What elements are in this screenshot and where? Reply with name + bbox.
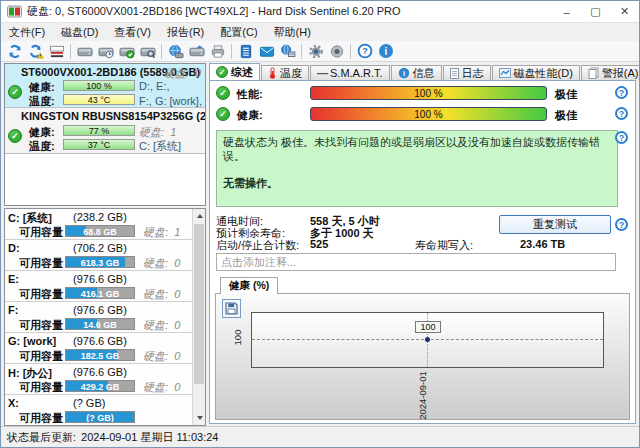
partition-scrollbar[interactable]	[192, 209, 205, 425]
partition-disk-label: 硬盘:	[143, 350, 168, 362]
partition-item-x[interactable]: X: (? GB) 可用容量 (? GB)	[5, 395, 193, 426]
toolbar-separator	[301, 44, 302, 59]
disk-item-1[interactable]: KINGSTON RBUSNS8154P3256G (238.5 GB) ✓ 健…	[5, 108, 205, 154]
floppy-save-icon	[225, 302, 238, 315]
globe-disk-icon[interactable]	[165, 42, 186, 61]
scroll-thumb[interactable]	[194, 224, 204, 384]
partition-name: X:	[8, 397, 19, 409]
y-axis-tick: 100	[232, 330, 243, 346]
free-space-value: 416.1 GB	[66, 289, 134, 299]
close-button[interactable]: ✕	[610, 1, 639, 22]
partition-size: (976.6 GB)	[73, 304, 127, 316]
performance-help-icon[interactable]: ?	[615, 86, 628, 99]
disk-search-icon[interactable]	[137, 42, 158, 61]
sound-icon[interactable]	[326, 42, 347, 61]
partition-disk-label: 硬盘:	[143, 319, 168, 331]
disk-health-bar: 77 %	[63, 125, 135, 136]
partition-item-g[interactable]: G: [work] (976.6 GB) 可用容量 182.5 GB 硬盘: 0	[5, 333, 193, 364]
disk-number-label: 硬盘:	[139, 126, 164, 138]
disk-name: ST6000VX001-2BD186	[21, 66, 137, 78]
tab-alerts[interactable]: 警报(A)	[581, 65, 640, 80]
partition-name: C: [系统]	[8, 211, 52, 226]
app-window: 硬盘: 0, ST6000VX001-2BD186 [WCT49XL2] - H…	[0, 0, 640, 448]
window-title: 硬盘: 0, ST6000VX001-2BD186 [WCT49XL2] - H…	[27, 4, 401, 19]
partition-name: H: [办公]	[8, 366, 52, 381]
menu-help[interactable]: 帮助(H)	[266, 23, 319, 42]
retest-help-icon[interactable]: ?	[615, 218, 628, 231]
help-icon[interactable]: ?	[354, 42, 375, 61]
disk-config-icon[interactable]	[46, 42, 67, 61]
free-space-bar: 14.6 GB	[65, 318, 135, 330]
disk-check-icon[interactable]	[116, 42, 137, 61]
disk-status-check-icon: ✓	[8, 85, 22, 99]
data-point	[425, 337, 430, 342]
partition-name: G: [work]	[8, 335, 56, 347]
start-stop-label: 启动/停止合计数:	[216, 238, 299, 253]
free-space-value: 182.5 GB	[66, 351, 134, 361]
health-help-icon[interactable]: ?	[615, 107, 628, 120]
note-input[interactable]	[216, 253, 616, 271]
free-space-value: 68.8 GB	[66, 227, 134, 237]
partition-item-e[interactable]: E: (976.6 GB) 可用容量 416.1 GB 硬盘: 0	[5, 271, 193, 302]
title-bar: 硬盘: 0, ST6000VX001-2BD186 [WCT49XL2] - H…	[1, 1, 639, 23]
partition-disk-label: 硬盘:	[143, 288, 168, 300]
tab-temperature[interactable]: 温度	[261, 65, 309, 80]
save-graph-button[interactable]	[222, 299, 241, 318]
refresh-icon[interactable]	[4, 42, 25, 61]
disk-temp-drives: C: [系统]	[139, 139, 181, 154]
scroll-up-arrow[interactable]	[193, 209, 206, 223]
tab-label: 警报(A)	[602, 66, 639, 81]
disk-temp-drives: F:, G: [work], H: [办公	[139, 94, 205, 109]
retest-button[interactable]: 重复测试	[499, 215, 611, 234]
printer-icon[interactable]	[207, 42, 228, 61]
partition-item-f[interactable]: F: (976.6 GB) 可用容量 14.6 GB 硬盘: 0	[5, 302, 193, 333]
disk-number-label: 硬盘:	[164, 67, 189, 79]
free-space-bar: (? GB)	[65, 411, 135, 423]
partition-size: (706.2 GB)	[73, 242, 127, 254]
disk-health-bar: 100 %	[63, 80, 135, 91]
partition-disk-num: 0	[174, 319, 180, 331]
menu-view[interactable]: 查看(V)	[106, 23, 159, 42]
info-icon[interactable]: i	[375, 42, 396, 61]
toolbar-separator	[70, 44, 71, 59]
report-icon[interactable]	[235, 42, 256, 61]
disk-status-message: 硬盘状态为 极佳。未找到有问题的或是弱扇区以及没有加速自旋或数据传输错误。 无需…	[216, 130, 618, 207]
tab-performance[interactable]: 磁盘性能(D)	[492, 65, 580, 80]
tab-log[interactable]: 日志	[443, 65, 491, 80]
menu-file[interactable]: 文件(F)	[1, 23, 53, 42]
partition-name: F:	[8, 304, 18, 316]
settings-gear-icon[interactable]	[305, 42, 326, 61]
menu-config[interactable]: 配置(C)	[212, 23, 265, 42]
thermometer-icon	[268, 67, 277, 79]
mail-icon[interactable]	[256, 42, 277, 61]
minimize-button[interactable]: –	[552, 1, 581, 22]
free-space-label: 可用容量	[19, 411, 63, 426]
action-text: 无需操作。	[223, 176, 611, 190]
disk-connect-icon[interactable]	[186, 42, 207, 61]
health-graph-tab[interactable]: 健康 (%)	[220, 277, 278, 294]
disk-clock-icon[interactable]	[95, 42, 116, 61]
disk-size: (238.5 GB)	[196, 110, 206, 122]
status-help-icon[interactable]: ?	[615, 131, 628, 144]
disk-icon[interactable]	[74, 42, 95, 61]
tab-smart[interactable]: — S.M.A.R.T.	[310, 65, 390, 80]
network-globe-icon[interactable]	[277, 42, 298, 61]
partition-item-h[interactable]: H: [办公] (976.6 GB) 可用容量 429.2 GB 硬盘: 0	[5, 364, 193, 395]
free-space-bar: 68.8 GB	[65, 225, 135, 237]
partition-disk-label: 硬盘:	[143, 226, 168, 238]
partition-item-d[interactable]: D: (706.2 GB) 可用容量 618.3 GB 硬盘: 0	[5, 240, 193, 271]
partition-disk-label: 硬盘:	[143, 257, 168, 269]
disk-item-0[interactable]: ST6000VX001-2BD186 (5589.0 GB) 硬盘: 0 ✓ 健…	[5, 64, 205, 108]
tab-overview[interactable]: ✓ 综述	[209, 63, 260, 80]
menu-report[interactable]: 报告(R)	[159, 23, 212, 42]
refresh-alert-icon[interactable]	[25, 42, 46, 61]
maximize-button[interactable]: ▢	[581, 1, 610, 22]
lifetime-writes-value: 23.46 TB	[520, 238, 565, 250]
free-space-bar: 618.3 GB	[65, 256, 135, 268]
scroll-down-arrow[interactable]	[193, 411, 206, 425]
tab-information[interactable]: i 信息	[391, 65, 442, 80]
menu-disk[interactable]: 磁盘(D)	[53, 23, 106, 42]
health-graph-panel: 100 100 2024-09-01	[215, 293, 630, 420]
lifetime-writes-label: 寿命期写入:	[415, 238, 473, 253]
partition-item-c[interactable]: C: [系统] (238.2 GB) 可用容量 68.8 GB 硬盘: 1	[5, 209, 193, 240]
